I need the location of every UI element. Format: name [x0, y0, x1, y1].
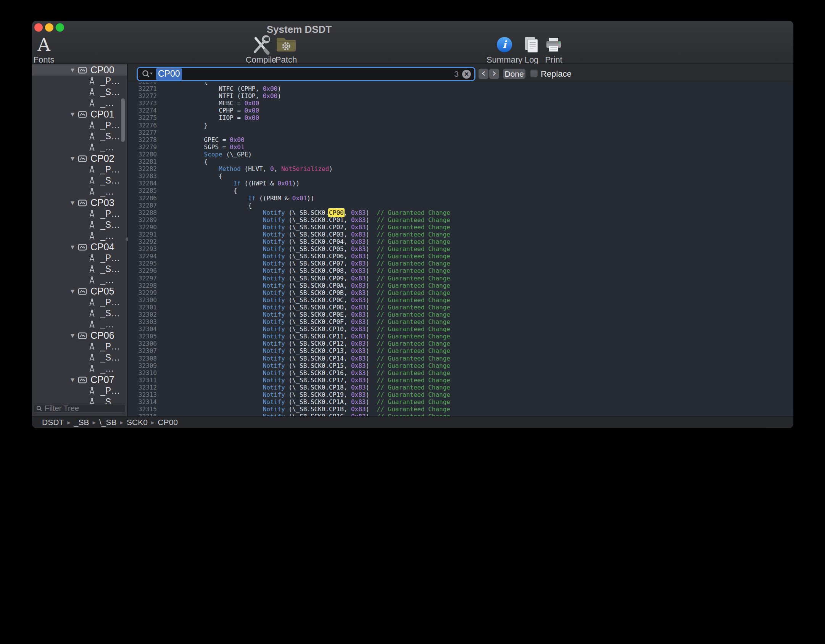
sidebar-scrollbar[interactable] — [121, 98, 125, 142]
tree-item-child[interactable]: _P… — [32, 164, 127, 175]
tree-item-child[interactable]: _… — [32, 142, 127, 153]
code-text[interactable]: Notify (\_SB.SCK0.CP12, 0x83) // Guarant… — [160, 340, 450, 347]
disclosure-triangle-icon[interactable]: ▼ — [69, 156, 76, 161]
code-text[interactable]: Notify (\_SB.SCK0.CP01, 0x83) // Guarant… — [160, 216, 450, 224]
code-text[interactable]: Notify (\_SB.SCK0.CP0B, 0x83) // Guarant… — [160, 289, 450, 296]
search-menu-icon[interactable] — [141, 69, 153, 79]
code-text[interactable]: Notify (\_SB.SCK0.CP0D, 0x83) // Guarant… — [160, 304, 450, 311]
tree-item-child[interactable]: _S… — [32, 396, 127, 404]
tree-item-child[interactable]: _… — [32, 319, 127, 330]
acpi-tree[interactable]: ▼CP00_P…_S…_…▼CP01_P…_S…_…▼CP02_P…_S…_…▼… — [32, 64, 127, 404]
breadcrumb-item[interactable]: SCK0 — [127, 418, 148, 427]
tree-item-child[interactable]: _P… — [32, 120, 127, 131]
code-text[interactable]: IIOP = 0x00 — [160, 114, 259, 121]
toolbar-item-fonts[interactable]: A Fonts — [32, 35, 62, 65]
tree-item-child[interactable]: _… — [32, 186, 127, 197]
breadcrumb-item[interactable]: CP00 — [158, 418, 178, 427]
code-text[interactable]: Notify (\_SB.SCK0.CP13, 0x83) // Guarant… — [160, 347, 450, 354]
code-text[interactable]: Notify (\_SB.SCK0.CP06, 0x83) // Guarant… — [160, 253, 450, 260]
tree-item-cp02[interactable]: ▼CP02 — [32, 153, 127, 164]
tree-item-cp00[interactable]: ▼CP00 — [32, 64, 127, 76]
code-text[interactable]: Notify (\_SB.SCK0.CP1B, 0x83) // Guarant… — [160, 406, 450, 413]
tree-item-child[interactable]: _… — [32, 275, 127, 286]
code-text[interactable]: SGPS = 0x01 — [160, 143, 245, 151]
tree-item-child[interactable]: _S… — [32, 219, 127, 230]
tree-item-child[interactable]: _P… — [32, 385, 127, 396]
code-text[interactable]: { — [160, 172, 222, 180]
breadcrumb-item[interactable]: \_SB — [99, 418, 117, 427]
code-text[interactable]: CPHP = 0x00 — [160, 107, 259, 114]
disclosure-triangle-icon[interactable]: ▼ — [69, 288, 76, 294]
toolbar-item-patch[interactable]: Patch — [268, 35, 305, 65]
code-editor[interactable]: 32270 {32271 NTFC (CPHP, 0x00)32272 NTFI… — [128, 82, 793, 416]
tree-item-child[interactable]: _S… — [32, 131, 127, 142]
disclosure-triangle-icon[interactable]: ▼ — [69, 333, 76, 338]
code-text[interactable]: Notify (\_SB.SCK0.CP14, 0x83) // Guarant… — [160, 355, 450, 362]
toolbar-item-print[interactable]: Print — [535, 35, 572, 65]
breadcrumb-item[interactable]: DSDT — [42, 418, 64, 427]
code-text[interactable]: Method (HLVT, 0, NotSerialized) — [160, 165, 333, 172]
code-text[interactable]: If ((HWPI & 0x01)) — [160, 180, 300, 187]
code-text[interactable]: NTFC (CPHP, 0x00) — [160, 85, 281, 92]
tree-item-child[interactable]: _S… — [32, 308, 127, 319]
code-text[interactable]: Notify (\_SB.SCK0.CP1C, 0x83) // Guarant… — [160, 413, 450, 416]
code-text[interactable]: Notify (\_SB.SCK0.CP15, 0x83) // Guarant… — [160, 362, 450, 369]
code-text[interactable]: { — [160, 82, 208, 85]
close-button[interactable] — [34, 23, 43, 32]
code-text[interactable]: Notify (\_SB.SCK0.CP05, 0x83) // Guarant… — [160, 245, 450, 253]
tree-item-cp01[interactable]: ▼CP01 — [32, 109, 127, 120]
code-text[interactable]: Notify (\_SB.SCK0.CP03, 0x83) // Guarant… — [160, 231, 450, 238]
find-previous-button[interactable]: ‹ — [479, 69, 488, 79]
code-text[interactable]: Notify (\_SB.SCK0.CP10, 0x83) // Guarant… — [160, 325, 450, 333]
tree-item-cp06[interactable]: ▼CP06 — [32, 330, 127, 341]
code-text[interactable]: Notify (\_SB.SCK0.CP08, 0x83) // Guarant… — [160, 267, 450, 274]
tree-item-child[interactable]: _… — [32, 98, 127, 109]
code-text[interactable]: Notify (\_SB.SCK0.CP07, 0x83) // Guarant… — [160, 260, 450, 267]
breadcrumb-item[interactable]: _SB — [74, 418, 89, 427]
code-text[interactable]: { — [160, 187, 237, 194]
tree-item-child[interactable]: _P… — [32, 208, 127, 219]
code-text[interactable]: Notify (\_SB.SCK0.CP0C, 0x83) // Guarant… — [160, 296, 450, 304]
code-text[interactable]: Notify (\_SB.SCK0.CP09, 0x83) // Guarant… — [160, 275, 450, 282]
disclosure-triangle-icon[interactable]: ▼ — [69, 377, 76, 383]
minimize-button[interactable] — [45, 23, 53, 32]
code-text[interactable]: } — [160, 122, 208, 129]
tree-item-cp03[interactable]: ▼CP03 — [32, 197, 127, 208]
tree-item-child[interactable]: _P… — [32, 297, 127, 308]
code-text[interactable]: Notify (\_SB.SCK0.CP02, 0x83) // Guarant… — [160, 224, 450, 231]
tree-item-child[interactable]: _P… — [32, 253, 127, 264]
code-text[interactable]: Notify (\_SB.SCK0.CP19, 0x83) // Guarant… — [160, 391, 450, 398]
code-text[interactable]: Notify (\_SB.SCK0.CP04, 0x83) // Guarant… — [160, 238, 450, 245]
code-text[interactable]: Notify (\_SB.SCK0.CP00, 0x83) // Guarant… — [160, 209, 450, 216]
tree-item-child[interactable]: _S… — [32, 87, 127, 98]
tree-item-cp07[interactable]: ▼CP07 — [32, 374, 127, 385]
code-text[interactable]: Notify (\_SB.SCK0.CP18, 0x83) // Guarant… — [160, 384, 450, 391]
code-text[interactable]: GPEC = 0x00 — [160, 136, 245, 143]
zoom-button[interactable] — [56, 23, 64, 32]
disclosure-triangle-icon[interactable]: ▼ — [69, 200, 76, 206]
code-text[interactable]: Notify (\_SB.SCK0.CP0A, 0x83) // Guarant… — [160, 282, 450, 289]
find-next-button[interactable]: › — [489, 69, 499, 79]
code-text[interactable]: NTFI (IIOP, 0x00) — [160, 92, 281, 100]
disclosure-triangle-icon[interactable]: ▼ — [69, 111, 76, 117]
tree-item-cp04[interactable]: ▼CP04 — [32, 242, 127, 253]
filter-tree-input[interactable]: Filter Tree — [34, 404, 126, 413]
done-button[interactable]: Done — [503, 69, 525, 79]
code-text[interactable]: { — [160, 158, 208, 165]
clear-search-icon[interactable]: × — [462, 70, 471, 79]
code-text[interactable]: If ((PRBM & 0x01)) — [160, 195, 314, 202]
code-text[interactable]: Scope (\_GPE) — [160, 151, 252, 158]
tree-item-child[interactable]: _… — [32, 230, 127, 242]
tree-item-child[interactable]: _S… — [32, 175, 127, 186]
tree-item-child[interactable]: _… — [32, 363, 127, 374]
code-text[interactable]: Notify (\_SB.SCK0.CP16, 0x83) // Guarant… — [160, 369, 450, 377]
tree-item-child[interactable]: _P… — [32, 76, 127, 87]
code-text[interactable]: Notify (\_SB.SCK0.CP11, 0x83) // Guarant… — [160, 333, 450, 340]
find-input[interactable]: CP00 3 × — [138, 68, 474, 80]
code-text[interactable]: MEBC = 0x00 — [160, 100, 259, 107]
disclosure-triangle-icon[interactable]: ▼ — [69, 244, 76, 250]
code-text[interactable]: Notify (\_SB.SCK0.CP17, 0x83) // Guarant… — [160, 377, 450, 384]
code-text[interactable]: Notify (\_SB.SCK0.CP0E, 0x83) // Guarant… — [160, 311, 450, 318]
code-text[interactable]: { — [160, 202, 252, 209]
tree-item-child[interactable]: _S… — [32, 352, 127, 363]
